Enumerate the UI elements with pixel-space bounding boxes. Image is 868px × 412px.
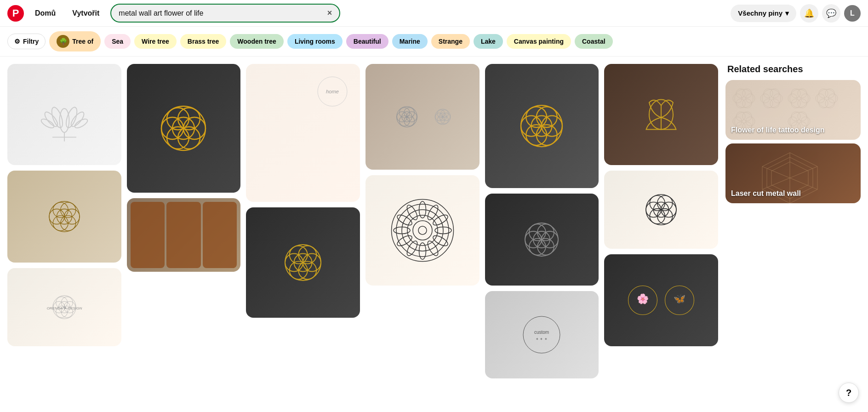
- pin-card[interactable]: [127, 198, 241, 272]
- right-sidebar: Related searches Flower of life tattoo d…: [725, 57, 868, 386]
- pin-card[interactable]: [127, 64, 241, 193]
- chip-wooden-tree[interactable]: Wooden tree: [230, 34, 284, 49]
- svg-point-57: [437, 116, 445, 124]
- svg-point-62: [402, 210, 443, 251]
- all-pins-button[interactable]: Všechny piny ▾: [731, 5, 796, 22]
- pin-card[interactable]: home: [246, 64, 360, 202]
- related-card-laser[interactable]: Laser cut metal wall: [725, 143, 861, 203]
- fol-svg: [39, 191, 90, 242]
- svg-point-64: [413, 221, 432, 240]
- related-card-tattoo[interactable]: Flower of life tattoo design: [725, 80, 861, 140]
- pin-card[interactable]: 🌸 🦋: [604, 254, 718, 346]
- svg-point-111: [746, 94, 755, 103]
- pin-card[interactable]: [365, 175, 480, 286]
- chip-tree-of[interactable]: 🌳 Tree of: [49, 31, 101, 52]
- nav-home-button[interactable]: Domů: [29, 6, 61, 21]
- svg-point-56: [435, 113, 443, 121]
- chip-wire-tree[interactable]: Wire tree: [134, 34, 177, 49]
- svg-point-55: [437, 110, 445, 118]
- pin-card[interactable]: [7, 64, 121, 165]
- chip-strange[interactable]: Strange: [431, 34, 470, 49]
- chip-beautiful[interactable]: Beautiful: [346, 34, 388, 49]
- svg-point-47: [399, 108, 409, 118]
- fol-svg: [388, 98, 425, 135]
- pin-card[interactable]: ORENDA ✦ DESIGN: [7, 268, 121, 346]
- chip-lake[interactable]: Lake: [474, 34, 503, 49]
- svg-point-125: [801, 94, 810, 103]
- svg-point-48: [397, 112, 407, 122]
- svg-point-113: [736, 89, 745, 98]
- svg-point-54: [440, 110, 448, 118]
- chip-canvas-painting[interactable]: Canvas painting: [507, 34, 571, 49]
- chip-marine[interactable]: Marine: [392, 34, 428, 49]
- pin-card[interactable]: [604, 171, 718, 249]
- messages-button[interactable]: 💬: [822, 4, 840, 23]
- svg-point-131: [817, 89, 836, 108]
- notifications-button[interactable]: 🔔: [800, 4, 818, 23]
- fol-svg: [514, 212, 569, 267]
- svg-point-94: [523, 316, 560, 353]
- svg-point-59: [439, 113, 446, 121]
- search-clear-icon[interactable]: ×: [327, 8, 332, 18]
- fol-svg: ORENDA ✦ DESIGN: [44, 286, 85, 328]
- svg-point-110: [735, 89, 753, 108]
- svg-point-127: [791, 89, 800, 98]
- chip-brass-tree[interactable]: Brass tree: [180, 34, 227, 49]
- avatar[interactable]: L: [844, 5, 861, 22]
- fol-svg-small: [429, 103, 457, 131]
- svg-point-51: [402, 112, 412, 122]
- svg-point-142: [733, 117, 742, 126]
- svg-point-137: [825, 99, 834, 108]
- svg-point-53: [442, 113, 450, 121]
- svg-point-123: [770, 99, 779, 108]
- svg-point-58: [440, 116, 448, 124]
- fol-svg: [636, 184, 686, 235]
- pin-card[interactable]: [7, 171, 121, 263]
- svg-text:🦋: 🦋: [674, 293, 686, 305]
- fol-svg: [273, 233, 333, 292]
- search-input[interactable]: [119, 9, 323, 17]
- pin-card[interactable]: [485, 194, 599, 286]
- svg-point-139: [746, 117, 755, 126]
- svg-point-128: [788, 94, 797, 103]
- svg-point-50: [404, 116, 414, 126]
- chip-living-rooms[interactable]: Living rooms: [287, 34, 343, 49]
- filter-bar: ⚙ Filtry 🌳 Tree of Sea Wire tree Brass t…: [0, 27, 868, 57]
- svg-point-46: [404, 108, 414, 118]
- svg-point-135: [816, 94, 825, 103]
- chip-coastal[interactable]: Coastal: [575, 34, 613, 49]
- related-searches-title: Related searches: [725, 64, 861, 74]
- svg-point-44: [396, 107, 417, 127]
- botanical-svg-2: 🦋: [663, 284, 696, 316]
- svg-point-60: [391, 200, 453, 262]
- svg-point-45: [406, 112, 417, 122]
- home-circle-svg: home: [314, 73, 351, 110]
- svg-point-114: [733, 94, 742, 103]
- bell-icon: 🔔: [804, 8, 814, 18]
- pin-card[interactable]: [365, 64, 480, 170]
- custom-svg: custom ✦ ✦ ✦: [519, 312, 565, 358]
- related-label-laser: Laser cut metal wall: [731, 189, 801, 198]
- pin-card[interactable]: [246, 207, 360, 318]
- svg-point-52: [435, 109, 451, 125]
- svg-point-130: [798, 99, 807, 108]
- pin-card[interactable]: [604, 64, 718, 165]
- chip-avatar-tree-of: 🌳: [57, 35, 69, 48]
- main-content: ORENDA ✦ DESIGN: [0, 57, 868, 386]
- search-bar: ×: [110, 4, 340, 23]
- lotus-svg: [34, 85, 94, 144]
- pinterest-logo[interactable]: P: [7, 5, 24, 22]
- svg-point-134: [819, 89, 828, 98]
- svg-point-146: [801, 117, 810, 126]
- svg-point-121: [760, 94, 770, 103]
- header: P Domů Vytvořit × Všechny piny ▾ 🔔 💬 L: [0, 0, 868, 27]
- pin-card[interactable]: [485, 64, 599, 188]
- related-label-tattoo: Flower of life tattoo design: [731, 126, 825, 134]
- svg-point-148: [791, 112, 800, 121]
- header-right: Všechny piny ▾ 🔔 💬 L: [731, 4, 861, 23]
- nav-create-button[interactable]: Vytvořit: [67, 6, 105, 21]
- pins-grid: ORENDA ✦ DESIGN: [0, 57, 725, 386]
- filters-button[interactable]: ⚙ Filtry: [7, 34, 46, 49]
- pin-card[interactable]: custom ✦ ✦ ✦: [485, 291, 599, 378]
- chip-sea[interactable]: Sea: [104, 34, 131, 49]
